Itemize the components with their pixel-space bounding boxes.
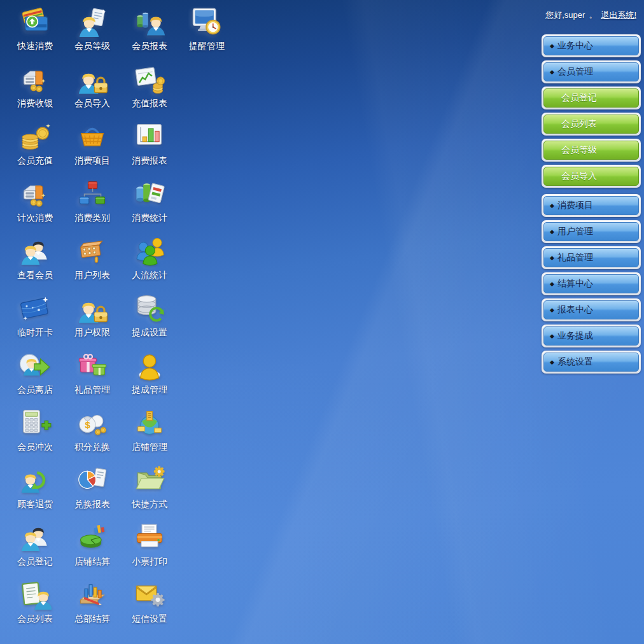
desktop-icon-consume-stats[interactable]: 消费统计 [121,174,178,229]
desktop-icon-times-consume[interactable]: 计次消费 [6,174,64,229]
desktop-icon-member-leave[interactable]: 会员离店 [6,346,64,401]
diamond-bullet-icon: ◆ [550,69,554,75]
desktop-icon-label: 临时开卡 [17,327,53,338]
desktop-icon-label: 兑换报表 [74,499,110,510]
sidebar-button-gift-mgmt[interactable]: ◆礼品管理 [542,246,641,269]
consume-item-icon [76,120,109,153]
sidebar-button-label: 会员管理 [557,66,593,78]
diamond-bullet-icon: ◆ [550,202,554,209]
desktop-icon-shortcut[interactable]: 快捷方式 [121,461,178,515]
sidebar-button-face: 会员导入 [543,167,639,186]
sidebar-button-face: ◆会员管理 [543,62,639,81]
desktop-icon-commission-setting[interactable]: 提成设置 [121,289,178,344]
desktop-icon-hq-settlement[interactable]: 总部结算 [64,575,121,630]
sidebar-button-system-setting[interactable]: ◆系统设置 [542,351,641,374]
desktop-icon-user-permission[interactable]: 用户权限 [64,289,121,344]
desktop-icon-label: 提成设置 [132,327,167,338]
sidebar-button-settlement-center[interactable]: ◆结算中心 [542,272,641,295]
desktop-icon-label: 计次消费 [17,213,53,223]
sidebar-button-member-import[interactable]: 会员导入 [542,165,641,188]
desktop-icon-member-import[interactable]: 会员导入 [64,60,121,115]
sidebar-button-member-register[interactable]: 会员登记 [542,87,641,109]
member-recount-icon [18,407,52,440]
commission-mgmt-icon [133,349,166,382]
desktop-icon-member-recharge[interactable]: 会员充值 [6,117,64,172]
desktop-icon-label: 总部结算 [74,613,110,624]
desktop-icon-member-list[interactable]: 会员列表 [6,575,64,630]
sidebar-button-label: 会员等级 [561,144,597,156]
desktop-icon-label: 会员报表 [132,41,167,52]
desktop-icon-label: 礼品管理 [74,384,110,395]
desktop-icon-label: 会员导入 [74,98,110,109]
member-leave-icon [18,349,52,382]
desktop-icon-label: 积分兑换 [74,442,110,452]
desktop-icon-consume-report[interactable]: 消费报表 [121,117,178,172]
desktop-icon-points-exchange[interactable]: $积分兑换 [64,403,121,458]
desktop-icon-user-list[interactable]: 用户列表 [64,232,121,286]
desktop-icon-member-level[interactable]: 会员等级 [64,3,121,57]
desktop-icon-temp-card[interactable]: 临时开卡 [6,289,64,344]
desktop-icon-label: 用户列表 [74,270,110,281]
desktop-icon-label: 充值报表 [132,98,167,109]
consume-cashier-icon [18,63,52,96]
sidebar-button-member-mgmt[interactable]: ◆会员管理 [542,60,641,83]
sidebar-button-face: ◆礼品管理 [543,248,639,267]
desktop-icon-people-flow-stats[interactable]: 人流统计 [121,232,178,286]
desktop-icon-shop-settlement[interactable]: 店铺结算 [64,518,121,573]
desktop-icon-view-member[interactable]: 查看会员 [6,232,64,286]
desktop-icon-customer-return[interactable]: 顾客退货 [6,461,64,515]
sidebar-button-report-center[interactable]: ◆报表中心 [542,298,641,321]
sidebar-button-face: ◆系统设置 [543,353,639,372]
sidebar-button-member-list[interactable]: 会员列表 [542,113,641,136]
diamond-bullet-icon: ◆ [550,307,554,313]
reminder-mgmt-icon [190,6,223,39]
desktop-icon-label: 店铺结算 [74,556,110,567]
shop-mgmt-icon [133,407,166,440]
diamond-bullet-icon: ◆ [550,333,554,339]
desktop-icon-reminder-mgmt[interactable]: 提醒管理 [178,3,235,57]
sidebar-button-consume-item[interactable]: ◆消费项目 [542,194,641,217]
desktop-icon-label: 提成管理 [132,384,167,395]
desktop-icon-label: 消费统计 [132,213,167,223]
sidebar-button-business-center[interactable]: ◆业务中心 [542,34,641,57]
user-permission-icon [76,292,109,325]
desktop-icon-receipt-print[interactable]: 小票打印 [121,518,178,573]
greeting-text: 您好,super [545,10,585,21]
desktop-icon-member-register[interactable]: 会员登记 [6,518,64,573]
consume-category-icon [76,178,109,211]
desktop-icon-shop-mgmt[interactable]: 店铺管理 [121,403,178,458]
diamond-bullet-icon: ◆ [550,359,554,365]
desktop-icon-recharge-report[interactable]: 充值报表 [121,60,178,115]
desktop-icon-label: 短信设置 [132,613,167,624]
sidebar-button-label: 会员列表 [561,118,597,130]
svg-text:$: $ [85,419,90,430]
sidebar-button-business-commission[interactable]: ◆业务提成 [542,325,641,347]
desktop-icon-label: 消费类别 [74,213,110,223]
desktop-icon-member-recount[interactable]: 会员冲次 [6,403,64,458]
desktop-icon-gift-mgmt[interactable]: 礼品管理 [64,346,121,401]
desktop-icon-quick-consume[interactable]: 快速消费 [6,3,64,57]
desktop-icon-member-report[interactable]: 会员报表 [121,3,178,57]
sidebar-button-label: 业务中心 [557,40,593,52]
desktop-icon-consume-category[interactable]: 消费类别 [64,174,121,229]
sidebar-button-label: 结算中心 [557,278,593,290]
people-flow-stats-icon [133,235,166,268]
desktop-icon-consume-cashier[interactable]: 消费收银 [6,60,64,115]
desktop-icon-label: 会员列表 [17,613,53,624]
sidebar-button-member-level[interactable]: 会员等级 [542,139,641,162]
sidebar-button-face: ◆结算中心 [543,274,639,293]
desktop-icon-label: 快速消费 [17,41,53,52]
sidebar-button-user-mgmt[interactable]: ◆用户管理 [542,220,641,243]
desktop-icon-consume-item[interactable]: 消费项目 [64,117,121,172]
member-recharge-icon [18,120,52,153]
desktop-icon-label: 提醒管理 [189,41,225,52]
desktop-icon-exchange-report[interactable]: 兑换报表 [64,461,121,515]
desktop-icon-sms-setting[interactable]: 短信设置 [121,575,178,630]
desktop-icon-commission-mgmt[interactable]: 提成管理 [121,346,178,401]
desktop-icon-label: 会员等级 [74,41,110,52]
sidebar-button-label: 会员登记 [561,92,597,104]
logout-link[interactable]: 退出系统! [601,10,636,21]
sidebar-button-label: 会员导入 [561,171,597,182]
temp-card-icon [18,292,52,325]
diamond-bullet-icon: ◆ [550,255,554,261]
